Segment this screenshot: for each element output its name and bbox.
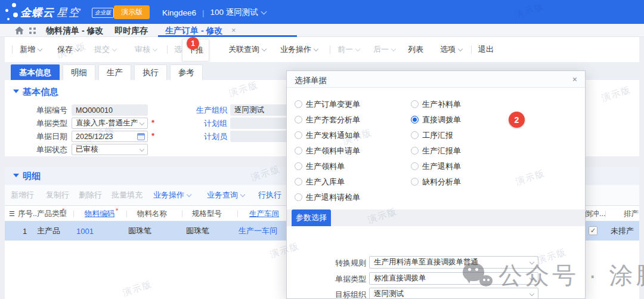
tab-execution[interactable]: 执行 [134,64,167,80]
doc-status-label: 单据状态 [5,144,67,155]
doc-date-field[interactable]: 2025/12/23 [72,131,148,142]
doc-no-field[interactable] [72,104,148,116]
radio-label[interactable]: 生产领料单 [306,162,345,171]
apps-grid-icon[interactable] [29,27,36,35]
radio-material-return[interactable] [411,162,419,170]
radio-feeding-bill[interactable] [411,100,419,108]
doc-status-select[interactable]: 已审核 [72,144,148,155]
batch-fill-button[interactable]: 批量填充 [112,190,143,201]
radio-kitting-analysis[interactable] [295,116,302,124]
dialog-close-icon[interactable]: × [572,75,577,84]
radio-picking-apply[interactable] [295,147,302,155]
radio-label[interactable]: 直接调拨单 [422,115,461,124]
radio-prod-report[interactable] [411,147,419,155]
radio-label[interactable]: 生产发料通知单 [306,131,360,140]
chevron-down-icon [261,8,267,14]
tab-reference[interactable]: 参考 [170,64,203,80]
col-seq[interactable]: 序号.. [18,206,37,221]
radio-issue-notice[interactable] [295,131,302,139]
doc-date-label: 单据日期 [5,131,67,142]
tab-detail[interactable]: 明细 [63,64,95,80]
row-execution-button[interactable]: 行执行 [258,190,281,201]
calendar-icon[interactable] [137,133,145,140]
chevron-down-icon [112,47,117,51]
tab-parameter-select[interactable]: 参数选择 [292,209,331,226]
backflush-checkbox[interactable]: ✓ [589,226,597,235]
radio-label[interactable]: 生产入库单 [306,177,345,186]
radio-prod-order-change[interactable] [295,100,302,108]
radio-stock-in[interactable] [295,178,302,186]
radio-label[interactable]: 生产齐套分析单 [306,115,360,124]
toolbar-divider [167,45,168,54]
radio-label[interactable]: 生产订单变更单 [306,100,360,109]
previous-button[interactable]: 前一 [338,37,360,62]
prod-org-label: 生产组织 [181,104,227,116]
col-spec[interactable]: 规格型号 [192,206,222,221]
radio-label[interactable]: 生产退料请检单 [306,193,360,202]
audit-button[interactable]: 审核 [135,37,157,62]
col-material-code[interactable]: 物料编码 [85,206,114,221]
home-icon[interactable] [15,26,24,35]
delete-row-button[interactable]: 删除行 [79,190,102,201]
col-workshop[interactable]: 生产车间 [249,206,279,221]
chevron-down-icon [391,47,396,51]
required-mark: * [151,131,154,140]
tab-basic-info[interactable]: 基本信息 [11,64,60,80]
chevron-down-icon [240,192,245,197]
chevron-down-icon [314,47,318,51]
account-switcher[interactable]: Kingdee6 | 100 逐同测试 [162,7,266,18]
doc-no-input[interactable] [76,106,144,115]
copy-row-button[interactable]: 复制行 [46,190,69,201]
toolbar-divider [330,45,330,54]
radio-label[interactable]: 生产退料单 [422,162,461,171]
business-operation-button[interactable]: 业务操作 [280,37,318,62]
radio-picking-bill[interactable] [295,162,302,170]
radio-return-inspection[interactable] [295,193,302,201]
radio-label[interactable]: 工序汇报 [422,131,453,140]
top-header: 金蝶云 星空 企业版 演示版 Kingdee6 | 100 逐同测试 [0,0,644,24]
options-button[interactable]: 选项 [440,37,462,62]
save-button[interactable]: 保存 [57,37,79,62]
tab-material-bom[interactable]: 物料清单 - 修改 [46,26,103,36]
related-query-button[interactable]: 关联查询 [228,37,266,62]
radio-shortage-analysis[interactable] [411,178,419,186]
rule-label: 转换规则 [287,258,366,267]
doc-type-select[interactable]: 直接入库-普通生产 [72,118,148,129]
new-button[interactable]: 新增 [20,37,42,62]
planner-label: 计划员 [181,131,227,142]
radio-label[interactable]: 生产领料申请单 [306,146,360,155]
cell-workshop[interactable]: 生产一车间 [239,221,277,241]
tab-instant-inventory[interactable]: 即时库存 [114,26,148,36]
exit-button[interactable]: 退出 [478,37,494,62]
radio-label[interactable]: 缺料分析单 [422,177,461,186]
tab-close-icon[interactable]: × [231,26,236,35]
cell-material-code[interactable]: 1001 [76,221,94,241]
submit-button[interactable]: 提交 [94,37,116,62]
col-schedule[interactable]: 排产 [624,206,639,221]
row-business-operation-button[interactable]: 业务操作 [153,190,191,201]
account-name: Kingdee6 [162,8,196,17]
column-divider [73,211,74,217]
row-business-query-button[interactable]: 业务查询 [207,190,244,201]
target-org-select[interactable]: 逐同测试 [369,288,538,299]
tab-production[interactable]: 生产 [98,64,131,80]
radio-label[interactable]: 生产补料单 [422,100,461,109]
section-title-basic-info: 基本信息 [23,87,58,98]
brand-light: 星空 [57,5,80,20]
col-backflush[interactable]: 倒冲... [584,206,605,221]
rule-select[interactable]: 生产用料清单至直接调拨单普通 [369,256,538,269]
list-button[interactable]: 列表 [408,37,423,62]
col-material-name[interactable]: 物料名称 [137,206,167,221]
radio-process-report[interactable] [411,131,419,139]
bill-type-label: 单据类型 [287,275,366,283]
dialog-tabband: 参数选择 [287,209,585,226]
add-row-button[interactable]: 新增行 [11,190,34,201]
collapse-triangle-icon[interactable] [13,90,19,93]
drag-handle-icon[interactable]: ☰ [9,206,15,221]
dialog-header: 选择单据 × [287,71,585,88]
collapse-triangle-icon[interactable] [13,174,19,177]
radio-direct-transfer-selected[interactable] [411,116,419,124]
radio-label[interactable]: 生产汇报单 [422,146,461,155]
bill-type-select[interactable]: 标准直接调拨单 [369,272,538,285]
next-button[interactable]: 后一 [373,37,395,62]
